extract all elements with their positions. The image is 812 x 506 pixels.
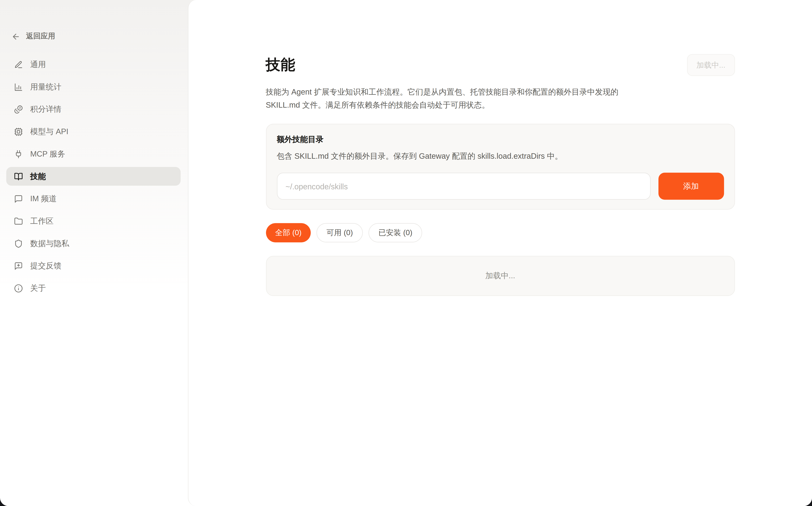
sidebar-item-label: 技能 [30,171,46,181]
sidebar-item-label: 积分详情 [30,104,62,114]
extra-skill-dirs-card: 额外技能目录 包含 SKILL.md 文件的额外目录。保存到 Gateway 配… [266,124,735,209]
sidebar-item-models-api[interactable]: 模型与 API [6,122,181,141]
coins-icon [14,105,23,113]
book-open-icon [14,172,23,181]
sidebar-item-label: 通用 [30,60,46,69]
folder-icon [14,217,23,226]
info-icon [14,284,23,292]
cpu-icon [14,127,23,136]
sidebar-item-im-channels[interactable]: IM 频道 [6,189,181,208]
card-description: 包含 SKILL.md 文件的额外目录。保存到 Gateway 配置的 skil… [277,150,724,162]
page-description: 技能为 Agent 扩展专业知识和工作流程。它们是从内置包、托管技能目录和你配置… [266,85,735,111]
main-panel: 技能 加载中... 技能为 Agent 扩展专业知识和工作流程。它们是从内置包、… [188,0,812,506]
add-dir-button[interactable]: 添加 [658,173,724,200]
message-square-plus-icon [14,261,23,270]
sidebar-item-label: 数据与隐私 [30,239,69,248]
page-description-line-2: SKILL.md 文件。满足所有依赖条件的技能会自动处于可用状态。 [266,98,735,111]
filter-installed[interactable]: 已安装 (0) [368,223,422,242]
back-to-app-label: 返回应用 [26,32,55,41]
sidebar: 返回应用 通用 用量统计 [0,0,188,506]
filter-all[interactable]: 全部 (0) [266,223,311,242]
sidebar-item-label: 模型与 API [30,126,69,137]
arrow-left-icon [11,32,20,41]
loading-text: 加载中... [485,271,515,281]
window: 返回应用 通用 用量统计 [0,0,812,506]
sidebar-item-workspace[interactable]: 工作区 [6,212,181,231]
sidebar-item-label: MCP 服务 [30,149,65,159]
bar-chart-icon [14,82,23,91]
sidebar-item-feedback[interactable]: 提交反馈 [6,256,181,275]
pen-line-icon [14,60,23,69]
sidebar-item-label: 工作区 [30,216,54,226]
settings-window: 返回应用 通用 用量统计 [0,0,812,506]
sidebar-item-label: 用量统计 [30,82,62,92]
shield-icon [14,239,23,248]
sidebar-item-credits[interactable]: 积分详情 [6,100,181,118]
sidebar-item-about[interactable]: 关于 [6,279,181,298]
page-description-line-1: 技能为 Agent 扩展专业知识和工作流程。它们是从内置包、托管技能目录和你配置… [266,85,735,98]
sidebar-item-label: IM 频道 [30,194,57,204]
skills-page: 技能 加载中... 技能为 Agent 扩展专业知识和工作流程。它们是从内置包、… [266,0,735,296]
message-square-icon [14,194,23,203]
sidebar-item-mcp[interactable]: MCP 服务 [6,145,181,163]
sidebar-item-data-privacy[interactable]: 数据与隐私 [6,234,181,253]
back-to-app-button[interactable]: 返回应用 [11,32,188,41]
plug-icon [14,150,23,158]
page-title: 技能 [266,55,295,75]
sidebar-item-label: 提交反馈 [30,261,62,271]
sidebar-item-usage-stats[interactable]: 用量统计 [6,77,181,96]
filter-pills: 全部 (0) 可用 (0) 已安装 (0) [266,223,735,242]
sidebar-item-label: 关于 [30,283,46,293]
sidebar-item-skills[interactable]: 技能 [6,167,181,186]
header-loading-badge: 加载中... [687,54,735,76]
page-header: 技能 加载中... [266,54,735,76]
filter-available[interactable]: 可用 (0) [316,223,363,242]
sidebar-item-general[interactable]: 通用 [6,55,181,74]
card-title: 额外技能目录 [277,135,724,145]
skills-loading-panel: 加载中... [266,256,735,296]
skill-dir-input[interactable] [277,173,650,200]
sidebar-nav: 通用 用量统计 积分详情 [6,55,181,301]
add-dir-row: 添加 [277,173,724,200]
